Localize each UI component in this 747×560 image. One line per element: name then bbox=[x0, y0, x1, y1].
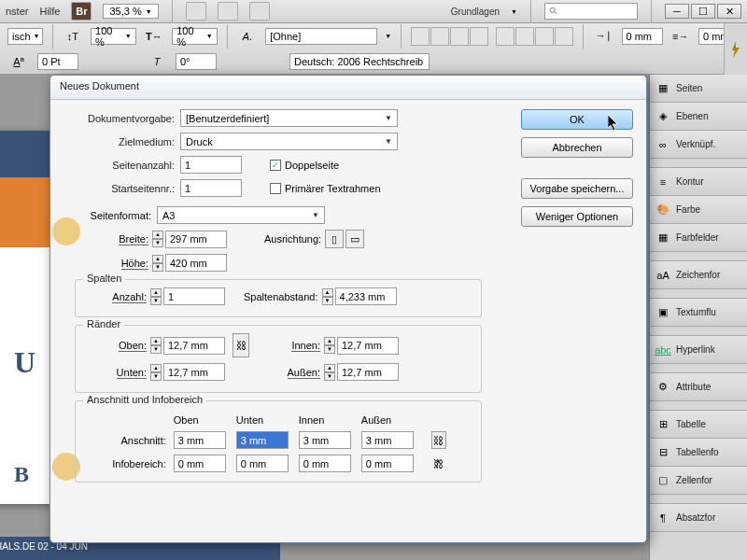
ok-button[interactable]: OK bbox=[521, 109, 633, 130]
fewer-options-button[interactable]: Weniger Optionen bbox=[521, 206, 633, 227]
gutter-spinner[interactable]: ▲▼ bbox=[322, 288, 333, 305]
close-button[interactable]: ✕ bbox=[717, 4, 741, 19]
panel-layers[interactable]: ◈Ebenen bbox=[650, 103, 747, 131]
height-input[interactable]: 420 mm bbox=[165, 254, 227, 272]
bleed-outside-input[interactable]: 3 mm bbox=[361, 431, 414, 449]
primary-frame-checkbox[interactable]: Primärer Textrahmen bbox=[270, 183, 381, 194]
cancel-button[interactable]: Abbrechen bbox=[521, 137, 633, 158]
link-slug-icon[interactable]: ⛓̸ bbox=[431, 455, 446, 472]
charstyle-icon: A. bbox=[237, 26, 259, 47]
panel-hyperlinks[interactable]: abcHyperlink bbox=[650, 336, 747, 364]
margin-inside-spinner[interactable]: ▲▼ bbox=[324, 337, 335, 354]
margin-inside-input[interactable]: 12,7 mm bbox=[337, 337, 399, 355]
landscape-button[interactable]: ▭ bbox=[345, 230, 364, 248]
preset-dropdown[interactable]: [Benutzerdefiniert]▼ bbox=[180, 109, 398, 127]
tablestyles-icon: ⊟ bbox=[655, 445, 670, 460]
control-bar: isch ▼ ↕T 100 % ▼ T↔ 100 % ▼ A. [Ohne] ▼… bbox=[0, 23, 747, 75]
panel-parastyles[interactable]: ¶Absatzfor bbox=[650, 504, 747, 532]
svg-point-0 bbox=[550, 7, 555, 12]
height-spinner[interactable]: ▲▼ bbox=[152, 255, 163, 272]
margin-outside-input[interactable]: 12,7 mm bbox=[337, 363, 399, 381]
hscale-input[interactable]: 100 % ▼ bbox=[172, 28, 218, 45]
quick-apply-icon[interactable] bbox=[724, 23, 747, 75]
zoom-dropdown[interactable]: 35,3 %▼ bbox=[103, 4, 158, 19]
bleed-bottom-input[interactable]: 3 mm bbox=[236, 431, 289, 449]
orientation-label: Ausrichtung: bbox=[264, 233, 321, 245]
align-justify-icon[interactable] bbox=[470, 27, 488, 46]
pagesize-dropdown[interactable]: A3▼ bbox=[157, 206, 325, 224]
justify-full-icon[interactable] bbox=[555, 27, 573, 46]
pages-input[interactable]: 1 bbox=[180, 156, 242, 174]
justify-left-icon[interactable] bbox=[496, 27, 514, 46]
language-combo[interactable]: Deutsch: 2006 Rechtschreib bbox=[289, 53, 430, 70]
bridge-button[interactable]: Br bbox=[71, 2, 92, 21]
slug-top-input[interactable]: 0 mm bbox=[174, 455, 226, 472]
slug-outside-input[interactable]: 0 mm bbox=[361, 455, 414, 472]
indent-left-input[interactable]: 0 mm bbox=[622, 28, 663, 45]
skew-input[interactable]: 0° bbox=[176, 53, 217, 70]
columns-legend: Spalten bbox=[83, 273, 125, 284]
panel-links[interactable]: ∞Verknüpf. bbox=[650, 131, 747, 159]
align-center-icon[interactable] bbox=[430, 27, 449, 46]
start-input[interactable]: 1 bbox=[180, 179, 242, 197]
links-icon: ∞ bbox=[655, 137, 670, 152]
panel-table[interactable]: ⊞Tabelle bbox=[650, 411, 747, 439]
colnum-spinner[interactable]: ▲▼ bbox=[150, 288, 162, 305]
margin-bottom-spinner[interactable]: ▲▼ bbox=[150, 364, 162, 381]
baseline-shift-icon: Aª bbox=[7, 51, 30, 72]
panel-stroke[interactable]: ≡Kontur bbox=[650, 168, 747, 196]
panel-pages[interactable]: ▦Seiten bbox=[650, 75, 747, 103]
bleed-inside-input[interactable]: 3 mm bbox=[299, 431, 351, 449]
link-bleed-icon[interactable]: ⛓ bbox=[431, 431, 446, 449]
panel-color[interactable]: 🎨Farbe bbox=[650, 196, 747, 224]
baseline-input[interactable]: 0 Pt bbox=[37, 53, 78, 70]
panel-charstyles[interactable]: aAZeichenfor bbox=[650, 261, 747, 289]
align-left-icon[interactable] bbox=[411, 27, 430, 46]
menu-help[interactable]: Hilfe bbox=[39, 6, 60, 17]
panel-tablestyles[interactable]: ⊟Tabellenfo bbox=[650, 439, 747, 467]
vscale-input[interactable]: 100 % ▼ bbox=[91, 28, 136, 45]
justify-right-icon[interactable] bbox=[535, 27, 554, 46]
minimize-button[interactable]: ─ bbox=[665, 4, 689, 19]
gutter-input[interactable]: 4,233 mm bbox=[335, 287, 397, 305]
margin-top-input[interactable]: 12,7 mm bbox=[163, 337, 225, 355]
slug-label: Infobereich: bbox=[109, 453, 172, 474]
bleed-label: Anschnitt: bbox=[109, 429, 172, 451]
col-top: Oben bbox=[174, 414, 234, 427]
panel-textwrap[interactable]: ▣Textumflu bbox=[650, 299, 747, 327]
link-margins-icon[interactable]: ⛓ bbox=[233, 333, 249, 357]
width-spinner[interactable]: ▲▼ bbox=[152, 231, 163, 247]
maximize-button[interactable]: ☐ bbox=[691, 4, 715, 19]
portrait-button[interactable]: ▯ bbox=[325, 230, 344, 248]
intent-dropdown[interactable]: Druck▼ bbox=[180, 133, 398, 150]
margin-top-spinner[interactable]: ▲▼ bbox=[150, 337, 162, 354]
search-input[interactable] bbox=[544, 3, 638, 20]
save-preset-button[interactable]: Vorgabe speichern... bbox=[521, 178, 633, 199]
colnum-input[interactable]: 1 bbox=[163, 287, 225, 305]
margin-inside-label: Innen: bbox=[291, 340, 320, 352]
paragraph-style-combo[interactable]: isch ▼ bbox=[7, 28, 43, 45]
charstyle-combo[interactable]: [Ohne] bbox=[265, 28, 377, 45]
panel-swatches[interactable]: ▦Farbfelder bbox=[650, 224, 747, 252]
margin-outside-label: Außen: bbox=[288, 367, 320, 379]
hyperlink-icon: abc bbox=[655, 343, 670, 357]
margin-bottom-input[interactable]: 12,7 mm bbox=[163, 363, 225, 381]
menu-window[interactable]: nster bbox=[6, 6, 28, 17]
panel-attributes[interactable]: ⚙Attribute bbox=[650, 373, 747, 401]
width-input[interactable]: 297 mm bbox=[165, 231, 227, 248]
screen-mode-icon[interactable] bbox=[218, 2, 238, 21]
margins-group: Ränder Oben: ▲▼ 12,7 mm ⛓ Innen: ▲▼ 12,7… bbox=[75, 325, 482, 393]
align-right-icon[interactable] bbox=[450, 27, 469, 46]
slug-bottom-input[interactable]: 0 mm bbox=[236, 455, 289, 472]
preset-label: Dokumentvorgabe: bbox=[63, 113, 180, 124]
justify-center-icon[interactable] bbox=[515, 27, 534, 46]
margin-outside-spinner[interactable]: ▲▼ bbox=[324, 364, 335, 381]
pagesize-label: Seitenformat: bbox=[68, 210, 157, 221]
facing-pages-checkbox[interactable]: ✓Doppelseite bbox=[270, 160, 339, 171]
view-options-icon[interactable] bbox=[186, 2, 206, 21]
panel-cellstyles[interactable]: ▢Zellenfor bbox=[650, 467, 747, 495]
slug-inside-input[interactable]: 0 mm bbox=[299, 455, 351, 472]
workspace-switcher[interactable]: Grundlagen bbox=[451, 7, 500, 17]
bleed-top-input[interactable]: 3 mm bbox=[174, 431, 226, 449]
arrange-icon[interactable] bbox=[249, 2, 270, 21]
